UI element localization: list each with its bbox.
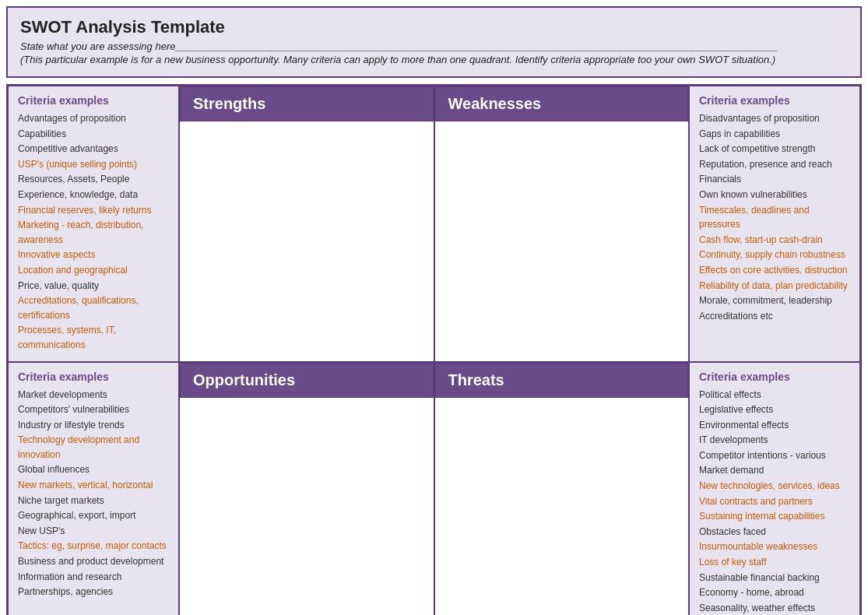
criteria-opportunities-panel: Criteria examples Market developmentsCom… <box>8 362 179 616</box>
page: SWOT Analysis Template State what you ar… <box>0 6 868 615</box>
criteria-threats-panel: Criteria examples Political effectsLegis… <box>689 362 860 616</box>
list-item: Accreditations etc <box>699 309 850 324</box>
list-item: Obstacles faced <box>699 525 850 539</box>
list-item: Global influences <box>18 462 169 477</box>
threats-cell[interactable] <box>435 398 689 616</box>
header-subtitle: State what you are assessing here_______… <box>20 40 848 52</box>
list-item: Business and product development <box>18 554 169 569</box>
list-item: Price, value, quality <box>18 279 169 293</box>
weaknesses-header: Weaknesses <box>435 86 689 121</box>
criteria-threats-items: Political effectsLegislative effectsEnvi… <box>699 388 850 616</box>
list-item: Reputation, presence and reach <box>699 157 850 172</box>
list-item: Disadvantages of proposition <box>699 111 850 126</box>
criteria-strengths-panel: Criteria examples Advantages of proposit… <box>8 86 179 362</box>
list-item: Sustainable financial backing <box>699 571 850 585</box>
list-item: New markets, vertical, horizontal <box>18 478 169 493</box>
list-item: Continuity, supply chain robustness <box>699 248 850 262</box>
strengths-column: Strengths <box>179 86 434 362</box>
list-item: Own known vulnerabilities <box>699 188 850 202</box>
weaknesses-cell[interactable] <box>435 121 689 361</box>
list-item: Accreditations, qualifications, certific… <box>18 293 169 322</box>
list-item: Economy - home, abroad <box>699 585 850 600</box>
list-item: Gaps in capabilities <box>699 127 850 142</box>
criteria-weaknesses-title: Criteria examples <box>699 94 850 107</box>
list-item: Legislative effects <box>699 402 850 417</box>
criteria-strengths-title: Criteria examples <box>18 94 169 107</box>
list-item: Marketing - reach, distribution, awarene… <box>18 218 169 247</box>
threats-column: Threats <box>434 362 690 616</box>
list-item: Financial reserves, likely returns <box>18 203 169 218</box>
list-item: Capabilities <box>18 127 169 142</box>
list-item: Market demand <box>699 463 850 478</box>
list-item: Environmental effects <box>699 418 850 433</box>
list-item: Geographical, export, import <box>18 508 169 523</box>
criteria-weaknesses-items: Disadvantages of propositionGaps in capa… <box>699 111 850 323</box>
list-item: New technologies, services, ideas <box>699 479 850 494</box>
list-item: Loss of key staff <box>699 555 850 570</box>
criteria-strengths-items: Advantages of propositionCapabilitiesCom… <box>18 111 169 353</box>
list-item: USP's (unique selling points) <box>18 157 169 172</box>
strengths-header: Strengths <box>180 86 434 121</box>
list-item: Insurmountable weaknesses <box>699 539 850 554</box>
opportunities-column: Opportunities <box>179 362 434 616</box>
list-item: Competitor intentions - various <box>699 448 850 463</box>
list-item: Political effects <box>699 388 850 402</box>
weaknesses-column: Weaknesses <box>434 86 690 362</box>
header-description: (This particular example is for a new bu… <box>20 54 848 65</box>
list-item: Market developments <box>18 388 169 402</box>
criteria-threats-title: Criteria examples <box>699 371 850 383</box>
opportunities-header: Opportunities <box>180 363 434 398</box>
strengths-cell[interactable] <box>180 121 434 361</box>
opportunities-cell[interactable] <box>180 398 434 616</box>
list-item: Niche target markets <box>18 494 169 508</box>
list-item: Resources, Assets, People <box>18 172 169 187</box>
threats-header: Threats <box>435 363 689 398</box>
header-section: SWOT Analysis Template State what you ar… <box>6 6 862 78</box>
list-item: Vital contracts and partners <box>699 494 850 509</box>
list-item: Cash flow, start-up cash-drain <box>699 233 850 248</box>
criteria-weaknesses-panel: Criteria examples Disadvantages of propo… <box>689 86 860 362</box>
list-item: Innovative aspects <box>18 248 169 262</box>
criteria-opportunities-items: Market developmentsCompetitors' vulnerab… <box>18 388 169 599</box>
list-item: Morale, commitment, leadership <box>699 293 850 308</box>
list-item: New USP's <box>18 524 169 539</box>
list-item: Industry or lifestyle trends <box>18 418 169 433</box>
list-item: Reliability of data, plan predictability <box>699 279 850 293</box>
list-item: Seasonality, weather effects <box>699 601 850 615</box>
list-item: Timescales, deadlines and pressures <box>699 203 850 232</box>
list-item: Information and research <box>18 570 169 585</box>
swot-grid: Criteria examples Advantages of proposit… <box>6 84 862 615</box>
list-item: Lack of competitive strength <box>699 142 850 156</box>
list-item: Partnerships, agencies <box>18 585 169 599</box>
list-item: Advantages of proposition <box>18 111 169 126</box>
list-item: Experience, knowledge, data <box>18 188 169 202</box>
list-item: Competitors' vulnerabilities <box>18 402 169 417</box>
page-title: SWOT Analysis Template <box>20 17 848 37</box>
criteria-opportunities-title: Criteria examples <box>18 371 169 383</box>
list-item: Processes, systems, IT, communications <box>18 323 169 352</box>
list-item: Competitive advantages <box>18 142 169 156</box>
list-item: IT developments <box>699 433 850 448</box>
list-item: Tactics: eg, surprise, major contacts <box>18 539 169 554</box>
list-item: Technology development and innovation <box>18 433 169 462</box>
list-item: Effects on core activities, distruction <box>699 263 850 278</box>
list-item: Sustaining internal capabilities <box>699 509 850 524</box>
list-item: Location and geographical <box>18 263 169 278</box>
list-item: Financials <box>699 172 850 187</box>
